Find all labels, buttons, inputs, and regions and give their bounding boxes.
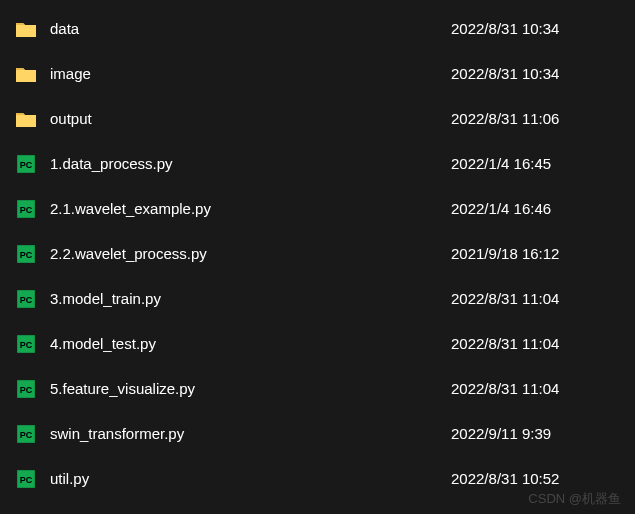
pycharm-file-icon: PC bbox=[16, 334, 36, 354]
svg-text:PC: PC bbox=[20, 385, 33, 395]
file-date: 2022/8/31 11:04 bbox=[439, 290, 619, 307]
file-row[interactable]: data 2022/8/31 10:34 bbox=[0, 6, 635, 51]
pycharm-file-icon: PC bbox=[16, 154, 36, 174]
file-row[interactable]: PC util.py 2022/8/31 10:52 bbox=[0, 456, 635, 501]
svg-text:PC: PC bbox=[20, 160, 33, 170]
pycharm-file-icon: PC bbox=[16, 289, 36, 309]
file-name: output bbox=[50, 110, 439, 127]
file-name: 2.1.wavelet_example.py bbox=[50, 200, 439, 217]
file-name: 2.2.wavelet_process.py bbox=[50, 245, 439, 262]
svg-text:PC: PC bbox=[20, 295, 33, 305]
folder-icon bbox=[16, 109, 36, 129]
file-list: data 2022/8/31 10:34 image 2022/8/31 10:… bbox=[0, 0, 635, 507]
file-row[interactable]: PC 5.feature_visualize.py 2022/8/31 11:0… bbox=[0, 366, 635, 411]
file-name: util.py bbox=[50, 470, 439, 487]
file-name: 3.model_train.py bbox=[50, 290, 439, 307]
pycharm-file-icon: PC bbox=[16, 199, 36, 219]
file-name: swin_transformer.py bbox=[50, 425, 439, 442]
folder-icon bbox=[16, 64, 36, 84]
pycharm-file-icon: PC bbox=[16, 424, 36, 444]
svg-text:PC: PC bbox=[20, 340, 33, 350]
svg-text:PC: PC bbox=[20, 475, 33, 485]
folder-icon bbox=[16, 19, 36, 39]
file-row[interactable]: output 2022/8/31 11:06 bbox=[0, 96, 635, 141]
file-date: 2022/9/11 9:39 bbox=[439, 425, 619, 442]
pycharm-file-icon: PC bbox=[16, 379, 36, 399]
file-date: 2022/8/31 11:04 bbox=[439, 335, 619, 352]
file-date: 2022/1/4 16:46 bbox=[439, 200, 619, 217]
file-row[interactable]: image 2022/8/31 10:34 bbox=[0, 51, 635, 96]
file-date: 2022/8/31 11:06 bbox=[439, 110, 619, 127]
file-date: 2022/8/31 11:04 bbox=[439, 380, 619, 397]
pycharm-file-icon: PC bbox=[16, 469, 36, 489]
file-date: 2021/9/18 16:12 bbox=[439, 245, 619, 262]
file-date: 2022/1/4 16:45 bbox=[439, 155, 619, 172]
file-name: 4.model_test.py bbox=[50, 335, 439, 352]
file-date: 2022/8/31 10:34 bbox=[439, 20, 619, 37]
file-row[interactable]: PC 4.model_test.py 2022/8/31 11:04 bbox=[0, 321, 635, 366]
file-row[interactable]: PC swin_transformer.py 2022/9/11 9:39 bbox=[0, 411, 635, 456]
file-row[interactable]: PC 2.1.wavelet_example.py 2022/1/4 16:46 bbox=[0, 186, 635, 231]
file-name: data bbox=[50, 20, 439, 37]
svg-text:PC: PC bbox=[20, 250, 33, 260]
file-name: 1.data_process.py bbox=[50, 155, 439, 172]
file-row[interactable]: PC 3.model_train.py 2022/8/31 11:04 bbox=[0, 276, 635, 321]
svg-text:PC: PC bbox=[20, 205, 33, 215]
file-row[interactable]: PC 2.2.wavelet_process.py 2021/9/18 16:1… bbox=[0, 231, 635, 276]
file-row[interactable]: PC 1.data_process.py 2022/1/4 16:45 bbox=[0, 141, 635, 186]
file-date: 2022/8/31 10:52 bbox=[439, 470, 619, 487]
file-name: image bbox=[50, 65, 439, 82]
svg-text:PC: PC bbox=[20, 430, 33, 440]
file-name: 5.feature_visualize.py bbox=[50, 380, 439, 397]
file-date: 2022/8/31 10:34 bbox=[439, 65, 619, 82]
pycharm-file-icon: PC bbox=[16, 244, 36, 264]
